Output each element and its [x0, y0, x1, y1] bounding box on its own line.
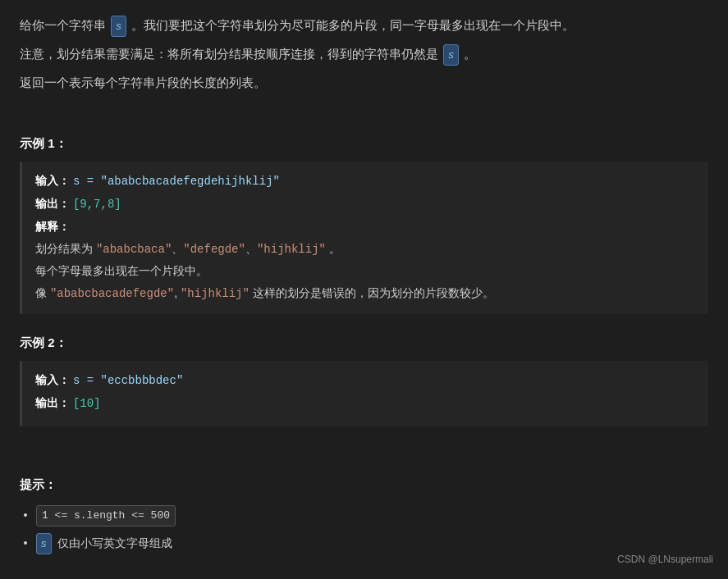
desc-line1: 给你一个字符串 s 。我们要把这个字符串划分为尽可能多的片段，同一字母最多出现在… [20, 15, 708, 37]
s-badge-2: s [443, 44, 459, 66]
hint-item-2: s 仅由小写英文字母组成 [36, 533, 708, 554]
desc-line3: 返回一个表示每个字符串片段的长度的列表。 [20, 72, 708, 93]
desc-line2: 注意，划分结果需要满足：将所有划分结果按顺序连接，得到的字符串仍然是 s 。 [20, 43, 708, 66]
example1-explain-label-line: 解释： [35, 217, 695, 237]
hint-list: 1 <= s.length <= 500 s 仅由小写英文字母组成 [20, 505, 708, 554]
example1-output: 输出： [9,7,8] [35, 194, 695, 215]
desc-line1-prefix: 给你一个字符串 [20, 18, 106, 32]
explain-code2: "defegde" [183, 243, 245, 256]
example1-output-val: [9,7,8] [73, 198, 121, 211]
example1-input-label: 输入： [35, 174, 70, 187]
example1-title: 示例 1： [20, 133, 708, 154]
hint-code-badge: 1 <= s.length <= 500 [36, 505, 176, 527]
hint-section: 提示： 1 <= s.length <= 500 s 仅由小写英文字母组成 [20, 474, 708, 554]
example1-explain-label: 解释： [35, 220, 70, 233]
description-block: 给你一个字符串 s 。我们要把这个字符串划分为尽可能多的片段，同一字母最多出现在… [20, 15, 708, 93]
example2-input: 输入： s = "eccbbbbdec" [35, 371, 695, 391]
hint-title: 提示： [20, 474, 708, 495]
s-badge-1: s [111, 16, 126, 37]
desc-line2-suffix: 。 [464, 47, 476, 61]
example2-box: 输入： s = "eccbbbbdec" 输出： [10] [20, 361, 708, 426]
explain-code1: "ababcbaca" [96, 243, 172, 256]
example2-title: 示例 2： [20, 332, 708, 353]
example1-input: 输入： s = "ababcbacadefegdehijhklij" [35, 171, 695, 192]
example1-explain-line2: 每个字母最多出现在一个片段中。 [35, 262, 695, 281]
example1-explain-line1: 划分结果为 "ababcbaca"、"defegde"、"hijhklij" 。 [35, 239, 695, 260]
example1-box: 输入： s = "ababcbacadefegdehijhklij" 输出： [… [20, 162, 708, 314]
example1-output-label: 输出： [35, 197, 70, 210]
hint-item-2-text: 仅由小写英文字母组成 [57, 536, 172, 549]
example2-output: 输出： [10] [35, 394, 695, 414]
desc-line2-prefix: 注意，划分结果需要满足：将所有划分结果按顺序连接，得到的字符串仍然是 [20, 47, 438, 61]
example2-output-val: [10] [73, 397, 101, 410]
desc-line1-suffix: 。我们要把这个字符串划分为尽可能多的片段，同一字母最多出现在一个片段中。 [131, 18, 575, 32]
hint-item-1: 1 <= s.length <= 500 [36, 505, 708, 527]
example2-output-label: 输出： [35, 396, 70, 409]
explain-text-part1: 划分结果为 [35, 242, 96, 255]
csdn-watermark: CSDN @LNsupermali [617, 551, 713, 568]
page-container: 给你一个字符串 s 。我们要把这个字符串划分为尽可能多的片段，同一字母最多出现在… [20, 15, 708, 554]
example1-explain-line3: 像 "ababcbacadefegde", "hijhklij" 这样的划分是错… [35, 284, 695, 304]
explain-code5: "hijhklij" [181, 287, 250, 300]
example2-input-val: s = "eccbbbbdec" [73, 374, 183, 387]
example2-input-label: 输入： [35, 373, 70, 386]
hint-s-badge: s [36, 533, 52, 554]
explain-code4: "ababcbacadefegde" [50, 287, 174, 300]
example1-input-val: s = "ababcbacadefegdehijhklij" [73, 175, 280, 188]
explain-code3: "hijhklij" [257, 243, 326, 256]
